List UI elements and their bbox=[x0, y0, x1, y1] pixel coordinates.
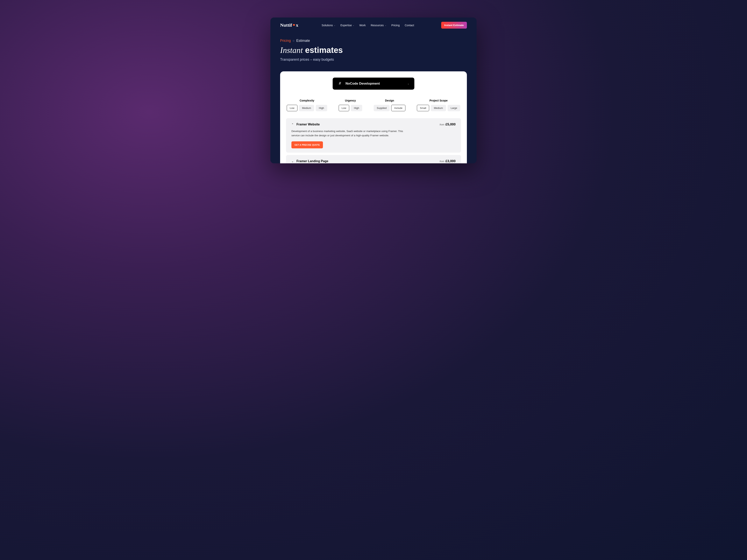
page-subtitle: Transparent prices – easy budgets bbox=[280, 58, 467, 62]
breadcrumb-estimate: Estimate bbox=[296, 39, 310, 43]
estimate-accordion: ⌃ Framer Website from £5,000 Development… bbox=[286, 118, 461, 163]
nav-expertise[interactable]: Expertise⌄ bbox=[340, 24, 354, 27]
price-display: from £3,000 bbox=[440, 159, 456, 163]
accordion-body: Development of a business marketing webs… bbox=[291, 129, 456, 149]
pill-scope-small[interactable]: Small bbox=[417, 105, 429, 111]
chevron-down-icon: ⌄ bbox=[407, 82, 409, 85]
nav-pricing[interactable]: Pricing bbox=[391, 24, 400, 27]
chevron-down-icon: ⌄ bbox=[385, 24, 386, 26]
breadcrumb: Pricing Estimate bbox=[280, 39, 467, 43]
pill-scope-large[interactable]: Large bbox=[447, 105, 460, 111]
accordion-item-framer-landing: ⌄ Framer Landing Page from £3,000 bbox=[286, 155, 461, 163]
instant-estimate-button[interactable]: Instant Estimate bbox=[441, 22, 467, 29]
pill-urgency-high[interactable]: High bbox=[351, 105, 362, 111]
brand-logo[interactable]: Nuttifx bbox=[280, 23, 298, 28]
pill-complexity-high[interactable]: High bbox=[316, 105, 327, 111]
accordion-toggle[interactable]: ⌄ Framer Landing Page from £3,000 bbox=[291, 159, 456, 163]
pill-design-include[interactable]: Include bbox=[391, 105, 405, 111]
nav-solutions[interactable]: Solutions⌄ bbox=[321, 24, 335, 27]
filter-urgency: Urgency Low High bbox=[339, 99, 362, 111]
fox-icon bbox=[292, 24, 296, 27]
breadcrumb-separator-icon bbox=[293, 40, 294, 42]
page-header: Pricing Estimate Instant estimates Trans… bbox=[271, 33, 476, 65]
accordion-item-framer-website: ⌃ Framer Website from £5,000 Development… bbox=[286, 118, 461, 153]
nav-contact[interactable]: Contact bbox=[405, 24, 414, 27]
chevron-up-icon: ⌃ bbox=[291, 123, 294, 126]
pill-complexity-medium[interactable]: Medium bbox=[299, 105, 314, 111]
pill-urgency-low[interactable]: Low bbox=[339, 105, 350, 111]
chevron-down-icon: ⌄ bbox=[353, 24, 354, 26]
app-window: Nuttifx Solutions⌄ Expertise⌄ Work Resou… bbox=[271, 18, 476, 163]
page-title: Instant estimates bbox=[280, 46, 467, 55]
nav-resources[interactable]: Resources⌄ bbox=[371, 24, 386, 27]
filter-complexity: Complexity Low Medium High bbox=[287, 99, 327, 111]
chevron-down-icon: ⌄ bbox=[334, 24, 335, 26]
chevron-down-icon: ⌄ bbox=[291, 160, 294, 163]
category-dropdown[interactable]: NoCode Development ⌄ bbox=[333, 78, 414, 90]
estimate-card: NoCode Development ⌄ Complexity Low Medi… bbox=[280, 71, 467, 163]
pill-scope-medium[interactable]: Medium bbox=[431, 105, 446, 111]
pill-design-supplied[interactable]: Supplied bbox=[374, 105, 390, 111]
dropdown-label: NoCode Development bbox=[345, 82, 404, 85]
code-icon bbox=[338, 81, 342, 86]
nav-work[interactable]: Work bbox=[359, 24, 365, 27]
brand-name-pre: Nuttif bbox=[280, 23, 292, 28]
breadcrumb-pricing[interactable]: Pricing bbox=[280, 39, 291, 43]
svg-line-1 bbox=[340, 82, 341, 84]
filter-design: Design Supplied Include bbox=[374, 99, 406, 111]
svg-line-0 bbox=[339, 82, 340, 84]
navbar: Nuttifx Solutions⌄ Expertise⌄ Work Resou… bbox=[271, 18, 476, 33]
filter-scope: Project Scope Small Medium Large bbox=[417, 99, 460, 111]
pill-complexity-low[interactable]: Low bbox=[287, 105, 298, 111]
brand-name-post: x bbox=[296, 23, 298, 28]
get-quote-button[interactable]: GET A PRECISE QUOTE bbox=[291, 141, 323, 149]
filters-row: Complexity Low Medium High Urgency Low H… bbox=[286, 99, 461, 111]
item-description: Development of a business marketing webs… bbox=[291, 129, 408, 137]
price-display: from £5,000 bbox=[440, 123, 456, 126]
nav-links: Solutions⌄ Expertise⌄ Work Resources⌄ Pr… bbox=[321, 24, 414, 27]
accordion-toggle[interactable]: ⌃ Framer Website from £5,000 bbox=[291, 123, 456, 126]
